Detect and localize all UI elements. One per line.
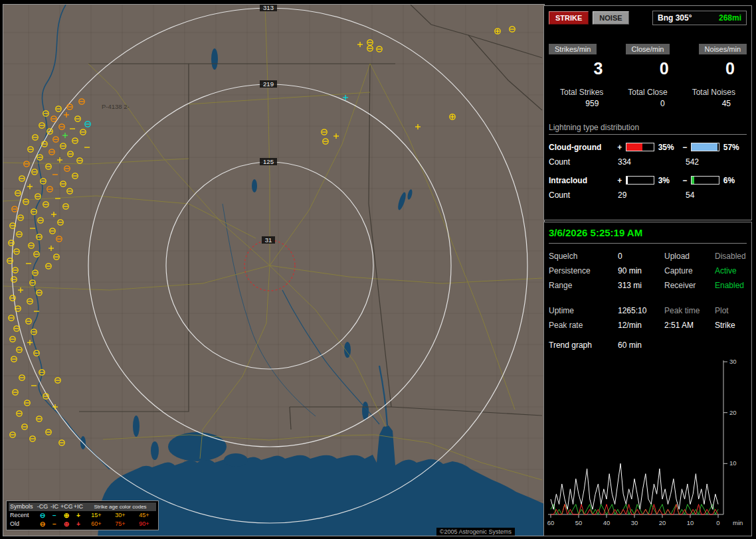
- total-close-value: 0: [614, 99, 680, 108]
- legend-col-neg-cg: -CG: [37, 502, 48, 511]
- cg-negative-bar: [691, 143, 719, 151]
- map-legend: Symbols -CG -IC +CG +IC Strike age color…: [6, 501, 159, 530]
- trend-graph: 1020306050403020100min: [545, 355, 749, 533]
- close-per-min-chip: Close/min: [626, 44, 670, 54]
- distribution-title: Lightning type distribution: [549, 123, 747, 135]
- peak-rate-value: 12/min: [618, 321, 664, 330]
- svg-text:31: 31: [265, 236, 272, 244]
- strike-stats-panel: STRIKE NOISE Bng 305° 268mi Strikes/min …: [543, 5, 752, 220]
- capture-label: Capture: [664, 266, 715, 275]
- ic-positive-pct: 3%: [657, 176, 682, 185]
- legend-recent-label: Recent: [9, 511, 37, 520]
- svg-text:20: 20: [729, 409, 737, 416]
- cg-positive-bar-fill: [626, 143, 643, 151]
- svg-text:P-4138 2-: P-4138 2-: [102, 103, 130, 110]
- uptime-label: Uptime: [549, 306, 618, 315]
- receiver-status: Enabled: [715, 281, 747, 290]
- map-canvas: 31125219313 P-4138 2-: [3, 5, 544, 536]
- peak-rate-label: Peak rate: [549, 321, 618, 330]
- old-neg-ic-icon: −: [48, 520, 60, 528]
- strikes-per-min-chip: Strikes/min: [549, 44, 597, 54]
- ic-negative-bar: [691, 176, 719, 185]
- receiver-label: Receiver: [664, 281, 715, 290]
- range-value: 313 mi: [618, 281, 664, 290]
- ic-negative-pct: 6%: [722, 176, 747, 185]
- ic-positive-bar: [626, 176, 654, 185]
- cg-positive-bar: [626, 143, 654, 151]
- noise-toggle-button[interactable]: NOISE: [593, 11, 628, 25]
- svg-text:50: 50: [575, 519, 583, 526]
- peak-time-label: Peak time: [664, 306, 715, 315]
- old-pos-cg-icon: ⊕: [60, 520, 72, 528]
- ic-count-label: Count: [549, 191, 618, 200]
- age-45: 45+: [132, 511, 156, 520]
- ic-positive-bar-fill: [626, 177, 628, 184]
- lightning-map[interactable]: 31125219313 P-4138 2- Symbols -CG -IC +C…: [3, 4, 545, 536]
- age-75: 75+: [108, 520, 132, 528]
- legend-col-pos-cg: +CG: [60, 502, 72, 511]
- bearing-readout: Bng 305° 268mi: [652, 11, 747, 25]
- svg-text:20: 20: [659, 519, 666, 526]
- legend-age-title: Strike age color codes: [84, 502, 156, 511]
- copyright-text: ©2005 Astrogenic Systems: [436, 528, 515, 536]
- legend-symbols-header: Symbols: [9, 502, 37, 511]
- svg-text:min: min: [733, 519, 743, 526]
- strike-toggle-button[interactable]: STRIKE: [549, 11, 589, 25]
- squelch-label: Squelch: [549, 252, 618, 261]
- persistence-value: 90 min: [618, 266, 664, 275]
- minus-sign: −: [682, 143, 688, 152]
- legend-old-label: Old: [9, 520, 37, 528]
- minus-sign: −: [682, 176, 688, 185]
- squelch-value: 0: [618, 252, 664, 261]
- svg-text:219: 219: [263, 80, 274, 88]
- upload-status: Disabled: [715, 252, 747, 261]
- status-panel: 3/6/2026 5:25:19 AM Squelch 0 Upload Dis…: [543, 222, 752, 536]
- peak-time-value: 2:51 AM: [664, 321, 715, 330]
- age-15: 15+: [84, 511, 108, 520]
- datetime-display: 3/6/2026 5:25:19 AM: [549, 227, 747, 238]
- svg-text:0: 0: [716, 519, 719, 526]
- svg-text:30: 30: [729, 358, 737, 365]
- capture-status: Active: [715, 266, 747, 275]
- total-strikes-label: Total Strikes: [549, 88, 614, 97]
- svg-text:40: 40: [603, 519, 611, 526]
- cg-count-label: Count: [549, 157, 618, 167]
- old-neg-cg-icon: ⊖: [37, 520, 48, 528]
- svg-text:10: 10: [729, 459, 737, 467]
- map-text-labels: P-4138 2-: [102, 103, 130, 110]
- cg-positive-count: 334: [618, 157, 686, 167]
- recent-neg-cg-icon: ⊖: [37, 511, 48, 520]
- total-noises-value: 45: [681, 99, 747, 108]
- trend-graph-label: Trend graph: [549, 341, 618, 350]
- recent-pos-cg-icon: ⊕: [60, 511, 72, 520]
- upload-label: Upload: [664, 252, 715, 261]
- legend-col-neg-ic: -IC: [48, 502, 60, 511]
- plus-sign: +: [616, 176, 623, 185]
- trend-graph-window: 60 min: [618, 341, 747, 350]
- svg-text:10: 10: [687, 519, 694, 526]
- noises-per-min-chip: Noises/min: [699, 44, 747, 54]
- close-per-min-value: 0: [614, 60, 680, 78]
- svg-text:30: 30: [631, 519, 638, 526]
- strikes-per-min-value: 3: [549, 60, 614, 78]
- ic-negative-bar-fill: [692, 177, 695, 184]
- cloud-ground-label: Cloud-ground: [549, 143, 616, 152]
- ic-positive-count: 29: [618, 191, 686, 200]
- uptime-value: 1265:10: [618, 306, 664, 315]
- cg-negative-bar-fill: [692, 143, 717, 151]
- plot-label: Plot: [715, 306, 747, 315]
- plot-value: Strike: [715, 321, 747, 330]
- cg-negative-count: 542: [686, 157, 699, 167]
- age-30: 30+: [108, 511, 132, 520]
- plus-sign: +: [616, 143, 623, 152]
- persistence-label: Persistence: [549, 266, 618, 275]
- svg-text:313: 313: [263, 5, 274, 11]
- bearing-range-value: 268mi: [719, 13, 741, 23]
- bearing-label: Bng 305°: [658, 13, 692, 23]
- recent-pos-ic-icon: +: [72, 511, 84, 520]
- age-60: 60+: [84, 520, 108, 528]
- svg-text:125: 125: [263, 158, 274, 165]
- total-noises-label: Total Noises: [681, 88, 747, 97]
- range-label: Range: [549, 281, 618, 290]
- cg-negative-pct: 57%: [722, 143, 747, 152]
